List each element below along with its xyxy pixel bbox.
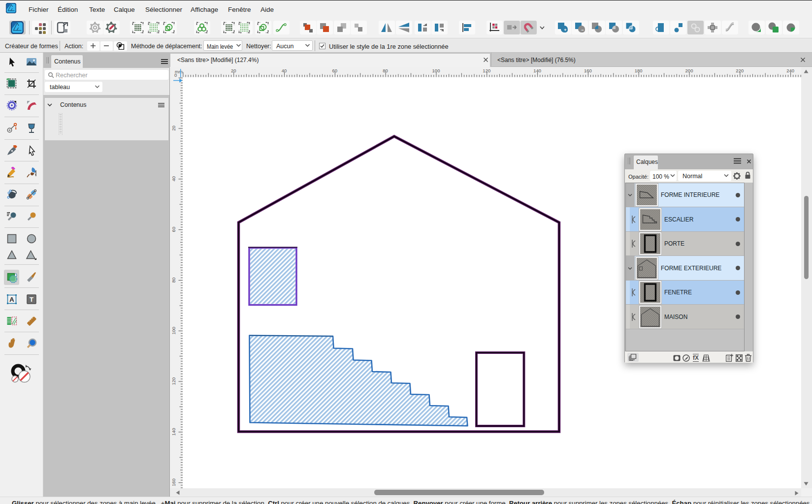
svg-text:+: + [564,28,566,32]
svg-text:160: 160 [171,478,176,486]
svg-text:0: 0 [174,72,177,77]
svg-text:40: 40 [282,68,287,73]
svg-text:20: 20 [171,126,176,131]
svg-text:100: 100 [171,327,176,335]
svg-text:220: 220 [736,68,744,73]
svg-text:60: 60 [332,68,338,73]
svg-text:120: 120 [171,378,176,385]
svg-text:40: 40 [171,176,176,182]
svg-text:80: 80 [383,68,388,73]
svg-text:20: 20 [231,68,236,73]
svg-text:140: 140 [171,428,176,436]
svg-text:60: 60 [171,227,176,232]
svg-text:240: 240 [786,68,794,73]
svg-text:A: A [9,296,14,303]
svg-text:−: − [581,28,584,32]
svg-text:80: 80 [171,278,176,283]
svg-text:T: T [30,295,33,303]
